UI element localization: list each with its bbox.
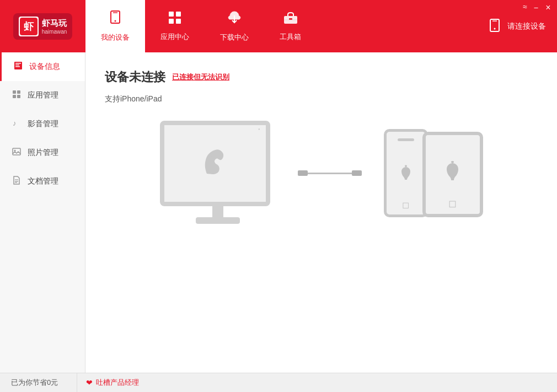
bottombar: 已为你节省0元 ❤ 吐槽产品经理	[0, 373, 557, 392]
sidebar-item-photo-manage-label: 照片管理	[28, 148, 58, 158]
nav-tabs: 我的设备 应用中心 下载中心	[85, 0, 476, 52]
download-center-icon	[227, 10, 242, 29]
savings-text: 已为你节省0元	[11, 378, 58, 388]
cannot-recognize-link[interactable]: 已连接但无法识别	[172, 72, 229, 82]
tab-toolbox-label: 工具箱	[280, 32, 301, 42]
monitor-screen	[160, 121, 270, 206]
tab-my-device[interactable]: 我的设备	[85, 0, 145, 52]
tab-toolbox[interactable]: 工具箱	[264, 0, 317, 52]
svg-rect-22	[13, 95, 16, 98]
svg-rect-7	[169, 19, 174, 24]
feedback-area[interactable]: ❤ 吐槽产品经理	[77, 378, 148, 388]
monitor-logo	[196, 143, 234, 184]
sub-title: 支持iPhone/iPad	[105, 94, 538, 104]
svg-rect-25	[13, 148, 20, 155]
tab-download-center[interactable]: 下载中心	[205, 0, 264, 52]
monitor-stand-base	[196, 217, 240, 224]
logo-box: 虾 虾马玩 haimawan	[13, 13, 73, 40]
ipad-apple-icon	[443, 160, 462, 189]
svg-point-30	[210, 152, 215, 157]
connect-device-label: 请连接设备	[507, 22, 546, 31]
svg-rect-19	[15, 66, 20, 67]
feedback-heart-icon: ❤	[86, 378, 93, 387]
titlebar-controls: ≈ － ×	[521, 2, 554, 13]
sidebar-item-media-manage-label: 影音管理	[28, 119, 58, 129]
sidebar-item-photo-manage[interactable]: 照片管理	[0, 138, 85, 167]
main-content: 设备未连接 已连接但无法识别 支持iPhone/iPad	[85, 52, 557, 373]
cable-left-end	[298, 170, 308, 176]
logo-subtitle: haimawan	[42, 29, 67, 35]
svg-rect-20	[13, 90, 16, 94]
svg-rect-23	[17, 95, 20, 98]
svg-rect-17	[15, 63, 21, 64]
toolbox-icon	[283, 10, 298, 29]
close-button[interactable]: ×	[543, 2, 554, 13]
illustration	[105, 121, 538, 225]
page-title-area: 设备未连接 已连接但无法识别	[105, 69, 538, 85]
sidebar: 设备信息 应用管理 ♪ 影音管理 照片管理	[0, 52, 85, 373]
app-manage-icon	[11, 90, 22, 101]
sidebar-item-device-info-label: 设备信息	[29, 62, 60, 72]
monitor	[160, 121, 276, 225]
my-device-icon	[108, 10, 123, 29]
sidebar-item-doc-manage[interactable]: 文档管理	[0, 167, 85, 196]
savings-area: 已为你节省0元	[0, 373, 77, 392]
media-manage-icon: ♪	[11, 119, 22, 130]
svg-rect-5	[169, 12, 174, 17]
monitor-stand-neck	[212, 206, 223, 217]
tab-download-label: 下载中心	[220, 33, 249, 42]
svg-rect-18	[15, 65, 19, 66]
device-info-icon	[13, 61, 24, 72]
tab-app-center-label: 应用中心	[160, 32, 189, 42]
feedback-label: 吐槽产品经理	[96, 378, 139, 388]
minimize-button[interactable]: －	[531, 2, 542, 13]
svg-rect-8	[176, 19, 181, 24]
svg-point-3	[115, 20, 116, 22]
svg-rect-6	[176, 12, 181, 17]
cable-right-end	[352, 170, 362, 176]
connect-device-icon	[488, 18, 502, 34]
tab-app-center[interactable]: 应用中心	[145, 0, 205, 52]
devices-right	[384, 129, 483, 217]
logo-icon: 虾	[19, 17, 39, 36]
app-center-icon	[168, 10, 182, 29]
svg-point-14	[494, 28, 496, 30]
sidebar-item-app-manage-label: 应用管理	[28, 90, 58, 100]
cable	[298, 170, 362, 176]
sidebar-item-device-info[interactable]: 设备信息	[0, 52, 85, 81]
cable-line	[308, 173, 352, 174]
ipad	[422, 132, 483, 217]
header: 虾 虾马玩 haimawan 我的设备	[0, 0, 557, 52]
iphone-apple-icon	[398, 165, 414, 187]
photo-manage-icon	[11, 147, 22, 158]
sidebar-item-app-manage[interactable]: 应用管理	[0, 81, 85, 110]
svg-rect-21	[17, 90, 20, 94]
page-title-text: 设备未连接	[105, 69, 165, 85]
logo-title: 虾马玩	[42, 18, 67, 29]
wifi-icon: ≈	[521, 2, 529, 11]
sidebar-item-media-manage[interactable]: ♪ 影音管理	[0, 110, 85, 138]
logo-area: 虾 虾马玩 haimawan	[0, 0, 85, 52]
doc-manage-icon	[11, 176, 22, 187]
tab-my-device-label: 我的设备	[101, 33, 130, 42]
iphone	[384, 129, 428, 217]
svg-text:虾: 虾	[24, 21, 34, 32]
sidebar-item-doc-manage-label: 文档管理	[28, 176, 58, 186]
svg-text:♪: ♪	[13, 119, 17, 127]
